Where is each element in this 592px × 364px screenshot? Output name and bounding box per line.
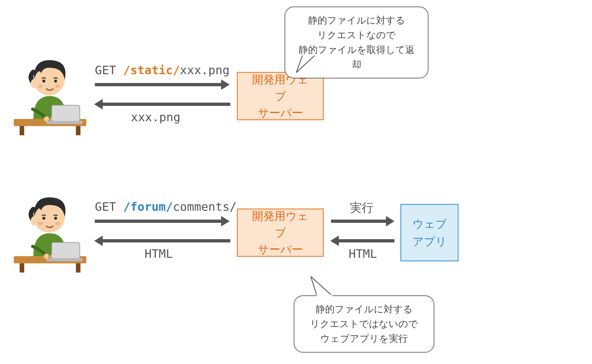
svg-rect-2 bbox=[76, 126, 80, 135]
exec-response-label: HTML bbox=[349, 247, 377, 260]
svg-rect-6 bbox=[46, 121, 82, 124]
arrow-request-1 bbox=[95, 83, 222, 86]
svg-point-8 bbox=[31, 79, 37, 88]
svg-rect-16 bbox=[20, 263, 24, 273]
svg-point-24 bbox=[43, 217, 45, 220]
svg-marker-13 bbox=[296, 54, 316, 73]
web-app-box: ウェブ アプリ bbox=[400, 204, 459, 261]
svg-rect-29 bbox=[317, 295, 332, 297]
arrow-exec bbox=[331, 220, 387, 223]
exec-label: 実行 bbox=[350, 200, 374, 216]
svg-point-26 bbox=[38, 222, 43, 225]
svg-rect-5 bbox=[52, 105, 80, 122]
svg-rect-14 bbox=[302, 54, 317, 56]
bubble-tail-2 bbox=[307, 276, 334, 297]
arrowhead-exec-response bbox=[330, 236, 339, 246]
svg-point-27 bbox=[55, 222, 60, 225]
svg-point-3 bbox=[44, 116, 49, 122]
bubble-dynamic-exec: 静的ファイルに対する リクエストではないので ウェブアプリを実行 bbox=[294, 295, 434, 353]
response-label-1: xxx.png bbox=[131, 110, 181, 124]
user-illustration-2 bbox=[14, 191, 86, 273]
svg-point-9 bbox=[43, 80, 45, 83]
arrow-request-2 bbox=[95, 220, 222, 223]
request-label-1: GET /static/xxx.png bbox=[95, 63, 230, 77]
response-label-2: HTML bbox=[145, 247, 173, 260]
svg-marker-28 bbox=[311, 276, 332, 297]
bubble-tail-1 bbox=[294, 54, 317, 74]
arrowhead-exec bbox=[386, 216, 394, 226]
user-illustration bbox=[14, 54, 86, 135]
arrow-response-1 bbox=[102, 103, 230, 106]
request-label-2: GET /forum/comments/ bbox=[95, 200, 237, 213]
svg-point-12 bbox=[55, 85, 60, 88]
dev-web-server-1: 開発用ウェブ サーバー bbox=[237, 72, 324, 120]
svg-point-11 bbox=[38, 85, 43, 88]
arrow-exec-response bbox=[338, 239, 394, 242]
svg-point-10 bbox=[54, 80, 57, 83]
arrowhead-request-1 bbox=[221, 79, 230, 90]
svg-point-23 bbox=[31, 216, 37, 225]
svg-point-18 bbox=[44, 254, 49, 259]
arrowhead-response-1 bbox=[94, 99, 103, 109]
arrowhead-request-2 bbox=[221, 216, 230, 226]
svg-point-25 bbox=[54, 217, 57, 220]
dev-web-server-2: 開発用ウェブ サーバー bbox=[237, 208, 324, 257]
svg-rect-1 bbox=[20, 126, 24, 135]
arrowhead-response-2 bbox=[94, 236, 103, 246]
svg-rect-21 bbox=[46, 258, 82, 261]
arrow-response-2 bbox=[102, 239, 230, 242]
svg-rect-20 bbox=[52, 242, 80, 259]
svg-rect-17 bbox=[76, 263, 80, 273]
